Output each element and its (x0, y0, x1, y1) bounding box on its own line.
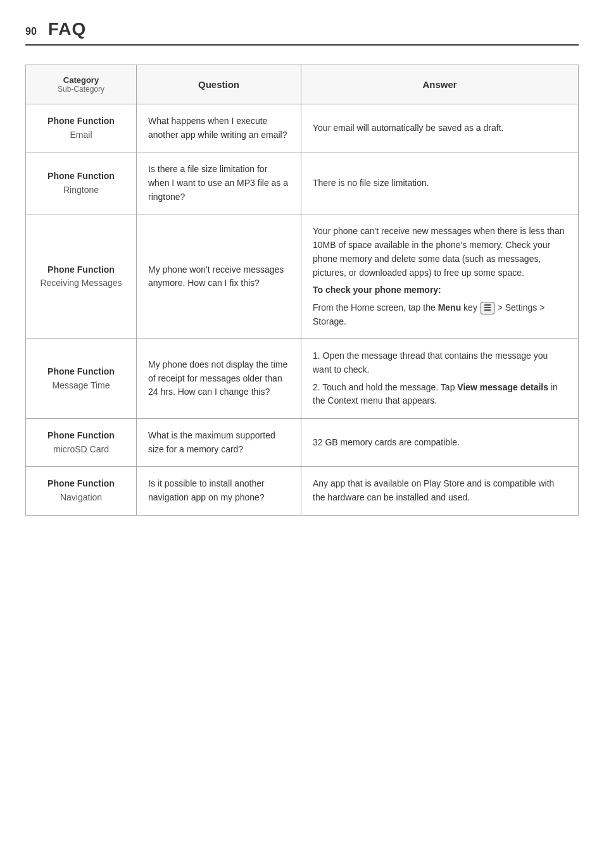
answer-cell: There is no file size limitation. (301, 152, 579, 214)
sub-category-name: Email (70, 130, 92, 140)
page-number: 90 (25, 26, 37, 37)
answer-para2: From the Home screen, tap the Menu key ☰… (313, 301, 567, 328)
table-row: Phone FunctionRingtoneIs there a file si… (26, 152, 579, 214)
table-row: Phone FunctionMessage TimeMy phone does … (26, 339, 579, 419)
answer-cell: Your phone can't receive new messages wh… (301, 214, 579, 339)
answer-para1: Your phone can't receive new messages wh… (313, 225, 567, 280)
question-cell: My phone won't receive messages anymore.… (137, 214, 301, 339)
answer-cell: Any app that is available on Play Store … (301, 467, 579, 515)
question-cell: What happens when I execute another app … (137, 104, 301, 152)
category-name: Phone Function (47, 116, 115, 126)
answer-cell: 1. Open the message thread that contains… (301, 339, 579, 419)
category-cell: Phone FunctionEmail (26, 104, 137, 152)
category-name: Phone Function (47, 430, 115, 440)
category-name: Phone Function (47, 478, 115, 488)
table-row: Phone FunctionReceiving MessagesMy phone… (26, 214, 579, 339)
question-cell: Is there a file size limitation for when… (137, 152, 301, 214)
category-name: Phone Function (47, 264, 115, 275)
table-row: Phone FunctionEmailWhat happens when I e… (26, 104, 579, 152)
sub-category-name: microSD Card (53, 444, 109, 454)
sub-category-name: Receiving Messages (40, 278, 122, 288)
table-row: Phone FunctionmicroSD CardWhat is the ma… (26, 419, 579, 467)
question-cell: My phone does not display the time of re… (137, 339, 301, 419)
question-cell: Is it possible to install another naviga… (137, 467, 301, 515)
page-title: FAQ (48, 19, 87, 39)
category-name: Phone Function (47, 366, 115, 376)
sub-category-name: Navigation (60, 492, 102, 502)
col-header-question: Question (137, 65, 301, 104)
answer-cell: Your email will automatically be saved a… (301, 104, 579, 152)
sub-category-name: Ringtone (63, 185, 99, 195)
table-header-row: Category Sub-Category Question Answer (26, 65, 579, 104)
category-cell: Phone FunctionMessage Time (26, 339, 137, 419)
answer-step2: 2. Touch and hold the message. Tap View … (313, 381, 567, 408)
category-cell: Phone FunctionReceiving Messages (26, 214, 137, 339)
category-cell: Phone FunctionNavigation (26, 467, 137, 515)
answer-step1: 1. Open the message thread that contains… (313, 349, 567, 376)
col-header-answer: Answer (301, 65, 579, 104)
category-cell: Phone FunctionmicroSD Card (26, 419, 137, 467)
answer-cell: 32 GB memory cards are compatible. (301, 419, 579, 467)
category-cell: Phone FunctionRingtone (26, 152, 137, 214)
table-row: Phone FunctionNavigationIs it possible t… (26, 467, 579, 515)
menu-key-icon: ☰ (481, 302, 494, 314)
col-header-category: Category Sub-Category (26, 65, 137, 104)
faq-table: Category Sub-Category Question Answer Ph… (25, 65, 579, 516)
page-header: 90 FAQ (25, 19, 579, 46)
category-name: Phone Function (47, 171, 115, 181)
sub-category-name: Message Time (52, 380, 110, 390)
answer-bold-heading: To check your phone memory: (313, 283, 567, 297)
question-cell: What is the maximum supported size for a… (137, 419, 301, 467)
